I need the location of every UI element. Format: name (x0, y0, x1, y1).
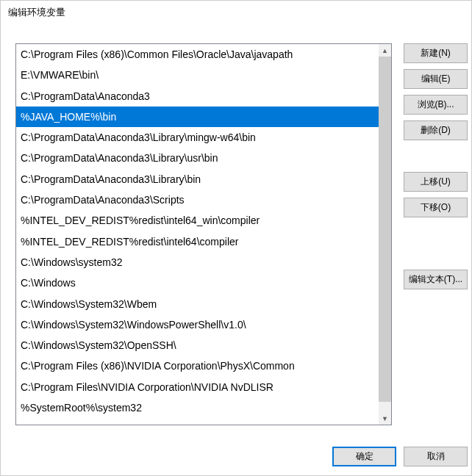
list-item[interactable]: E:\VMWARE\bin\ (16, 65, 379, 85)
list-item[interactable]: C:\Program Files\NVIDIA Corporation\NVID… (16, 377, 379, 397)
edit-text-button[interactable]: 编辑文本(T)... (404, 270, 468, 289)
content-area: C:\Program Files (x86)\Common Files\Orac… (1, 36, 471, 475)
dialog-title: 编辑环境变量 (1, 1, 471, 24)
path-list-panel: C:\Program Files (x86)\Common Files\Orac… (15, 43, 392, 425)
list-item[interactable]: C:\Program Files (x86)\Common Files\Orac… (16, 44, 379, 65)
list-item[interactable]: C:\ProgramData\Anaconda3 (16, 86, 379, 107)
path-list[interactable]: C:\Program Files (x86)\Common Files\Orac… (16, 44, 379, 425)
spacer (404, 223, 468, 270)
scroll-thumb[interactable] (379, 57, 391, 402)
chevron-up-icon: ▲ (382, 47, 388, 54)
scroll-track[interactable] (379, 57, 391, 412)
list-item[interactable]: C:\Windows (16, 273, 379, 293)
ok-button[interactable]: 确定 (332, 447, 396, 466)
scroll-down-button[interactable]: ▼ (379, 412, 391, 425)
list-item[interactable]: C:\Windows\System32\Wbem (16, 294, 379, 314)
list-item[interactable]: %SystemRoot% (16, 418, 379, 425)
list-item[interactable]: C:\Windows\System32\WindowsPowerShell\v1… (16, 314, 379, 335)
scroll-up-button[interactable]: ▲ (379, 44, 391, 57)
move-up-button[interactable]: 上移(U) (404, 172, 468, 192)
cancel-button[interactable]: 取消 (404, 447, 468, 466)
list-item[interactable]: C:\Program Files (x86)\NVIDIA Corporatio… (16, 356, 379, 376)
list-item[interactable]: C:\ProgramData\Anaconda3\Library\usr\bin (16, 148, 379, 168)
spacer (404, 146, 468, 172)
list-item[interactable]: C:\ProgramData\Anaconda3\Scripts (16, 190, 379, 210)
list-item[interactable]: %INTEL_DEV_REDIST%redist\intel64_win\com… (16, 210, 379, 231)
list-item[interactable]: C:\ProgramData\Anaconda3\Library\bin (16, 169, 379, 190)
list-item[interactable]: C:\Windows\System32\OpenSSH\ (16, 335, 379, 356)
browse-button[interactable]: 浏览(B)... (404, 95, 468, 115)
dialog: 编辑环境变量 C:\Program Files (x86)\Common Fil… (0, 0, 472, 476)
delete-button[interactable]: 删除(D) (404, 120, 468, 140)
list-item[interactable]: C:\ProgramData\Anaconda3\Library\mingw-w… (16, 127, 379, 148)
list-item[interactable]: %SystemRoot%\system32 (16, 397, 379, 418)
new-button[interactable]: 新建(N) (404, 43, 468, 63)
list-item[interactable]: %JAVA_HOME%\bin (16, 107, 379, 127)
list-item[interactable]: %INTEL_DEV_REDIST%redist\intel64\compile… (16, 231, 379, 252)
list-item[interactable]: C:\Windows\system32 (16, 252, 379, 273)
side-button-column: 新建(N) 编辑(E) 浏览(B)... 删除(D) 上移(U) 下移(O) 编… (404, 43, 468, 295)
scrollbar[interactable]: ▲ ▼ (379, 44, 391, 425)
move-down-button[interactable]: 下移(O) (404, 198, 468, 217)
bottom-button-row: 确定 取消 (332, 447, 468, 466)
chevron-down-icon: ▼ (382, 415, 388, 422)
edit-button[interactable]: 编辑(E) (404, 69, 468, 89)
